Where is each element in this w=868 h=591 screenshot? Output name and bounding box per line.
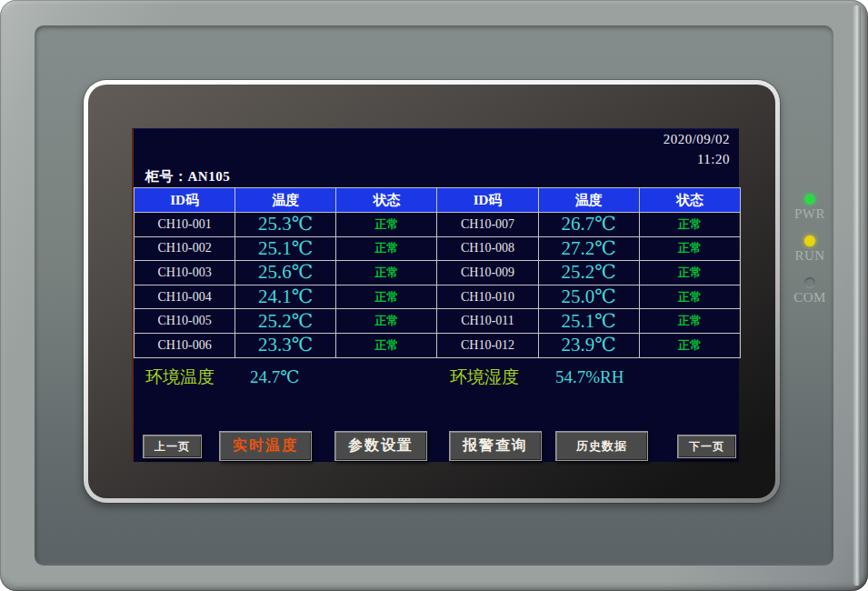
- cell-id: CH10-012: [437, 333, 538, 357]
- date-display: 2020/09/02: [663, 132, 730, 147]
- table-header-row: ID码 温度 状态 ID码 温度 状态: [135, 188, 741, 213]
- ambient-temp-value: 24.7℃: [250, 366, 300, 388]
- com-led-icon: [804, 277, 815, 288]
- cell-temp: 23.9℃: [538, 333, 639, 357]
- alarm-query-button[interactable]: 报警查询: [449, 431, 542, 461]
- time-display: 11:20: [697, 152, 730, 167]
- history-data-button[interactable]: 历史数据: [555, 431, 648, 461]
- power-led-group: PWR: [794, 194, 825, 222]
- next-page-button[interactable]: 下一页: [677, 435, 736, 458]
- table-row: CH10-00424.1℃正常CH10-01025.0℃正常: [135, 285, 741, 309]
- com-led-group: COM: [793, 277, 826, 306]
- cell-status: 正常: [639, 285, 740, 309]
- device-housing: 2020/09/02 11:20 柜号：AN105 ID码 温度 状态 ID码 …: [0, 0, 868, 591]
- run-led-label: RUN: [794, 248, 824, 264]
- power-led-icon: [804, 194, 815, 205]
- table-row: CH10-00525.2℃正常CH10-01125.1℃正常: [135, 309, 741, 334]
- cabinet-value: AN105: [188, 169, 231, 184]
- run-led-icon: [804, 235, 815, 246]
- prev-page-button[interactable]: 上一页: [143, 435, 202, 458]
- cell-temp: 24.1℃: [235, 285, 336, 309]
- cell-id: CH10-006: [135, 333, 235, 357]
- cell-temp: 25.1℃: [235, 236, 336, 261]
- cell-temp: 25.1℃: [538, 309, 639, 334]
- cell-id: CH10-008: [437, 236, 538, 261]
- cell-status: 正常: [639, 213, 740, 237]
- cabinet-id: 柜号：AN105: [145, 168, 230, 185]
- cell-id: CH10-010: [437, 285, 538, 309]
- cell-status: 正常: [336, 333, 437, 357]
- cell-status: 正常: [639, 261, 740, 285]
- cell-id: CH10-002: [135, 236, 235, 261]
- parameter-settings-button[interactable]: 参数设置: [334, 431, 427, 461]
- cell-id: CH10-003: [135, 261, 235, 285]
- cell-status: 正常: [336, 213, 437, 237]
- cell-temp: 25.2℃: [538, 261, 639, 285]
- ambient-humidity-value: 54.7%RH: [555, 366, 624, 388]
- housing-edge-highlight: [853, 5, 861, 586]
- hmi-panel-photo: 2020/09/02 11:20 柜号：AN105 ID码 温度 状态 ID码 …: [0, 0, 868, 591]
- cell-status: 正常: [336, 236, 437, 261]
- cell-status: 正常: [639, 333, 740, 357]
- cell-temp: 25.6℃: [235, 261, 336, 285]
- col-header-status-1: 状态: [336, 188, 437, 213]
- cell-status: 正常: [336, 285, 437, 309]
- table-row: CH10-00623.3℃正常CH10-01223.9℃正常: [135, 333, 741, 357]
- com-led-label: COM: [793, 290, 826, 306]
- cell-id: CH10-001: [135, 213, 235, 237]
- table-row: CH10-00325.6℃正常CH10-00925.2℃正常: [135, 261, 741, 285]
- cell-temp: 23.3℃: [235, 333, 336, 357]
- table-body: CH10-00125.3℃正常CH10-00726.7℃正常CH10-00225…: [135, 213, 741, 358]
- power-led-label: PWR: [794, 206, 825, 222]
- col-header-temp-1: 温度: [235, 188, 336, 213]
- cell-id: CH10-007: [437, 213, 538, 237]
- cell-id: CH10-009: [437, 261, 538, 285]
- cell-id: CH10-005: [135, 309, 235, 334]
- screen-module-frame: 2020/09/02 11:20 柜号：AN105 ID码 温度 状态 ID码 …: [84, 80, 780, 503]
- cell-status: 正常: [336, 309, 437, 334]
- cell-status: 正常: [639, 236, 740, 261]
- cell-temp: 25.0℃: [538, 285, 639, 309]
- col-header-temp-2: 温度: [538, 188, 639, 213]
- run-led-group: RUN: [794, 235, 824, 264]
- col-header-id-1: ID码: [135, 188, 235, 213]
- lcd-screen: 2020/09/02 11:20 柜号：AN105 ID码 温度 状态 ID码 …: [132, 128, 739, 462]
- ambient-temp-label: 环境温度: [145, 366, 215, 388]
- cell-status: 正常: [639, 309, 740, 334]
- status-led-column: PWR RUN COM: [783, 194, 836, 306]
- cabinet-label: 柜号：: [145, 169, 188, 184]
- table-row: CH10-00225.1℃正常CH10-00827.2℃正常: [135, 236, 741, 261]
- cell-status: 正常: [336, 261, 437, 285]
- table-row: CH10-00125.3℃正常CH10-00726.7℃正常: [135, 213, 741, 237]
- cell-temp: 26.7℃: [538, 213, 639, 237]
- cell-temp: 25.3℃: [235, 213, 336, 237]
- ambient-humidity-label: 环境湿度: [450, 366, 519, 388]
- cell-id: CH10-004: [135, 285, 235, 309]
- cell-temp: 25.2℃: [235, 309, 336, 334]
- col-header-status-2: 状态: [639, 188, 740, 213]
- col-header-id-2: ID码: [437, 188, 538, 213]
- realtime-temp-button[interactable]: 实时温度: [219, 431, 312, 461]
- cell-id: CH10-011: [437, 309, 538, 334]
- screen-bezel: 2020/09/02 11:20 柜号：AN105 ID码 温度 状态 ID码 …: [88, 85, 775, 498]
- cell-temp: 27.2℃: [538, 236, 639, 261]
- channel-table: ID码 温度 状态 ID码 温度 状态 CH10-00125.3℃正常CH10-…: [134, 187, 741, 358]
